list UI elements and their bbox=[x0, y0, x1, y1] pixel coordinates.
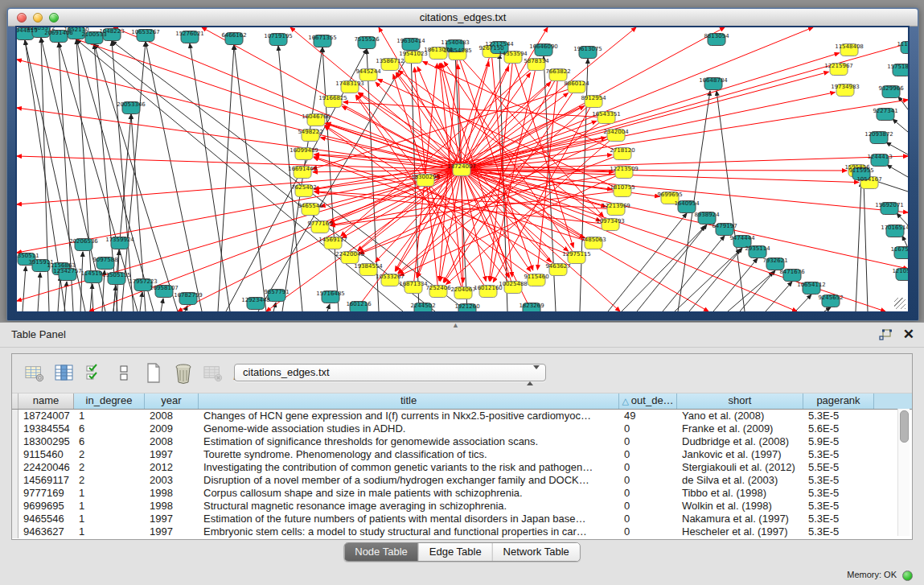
graph-edge[interactable] bbox=[58, 276, 60, 311]
table-cell[interactable]: 2009 bbox=[145, 422, 199, 435]
graph-edge[interactable] bbox=[113, 286, 116, 311]
column-header-out_de[interactable]: △out_de… bbox=[619, 393, 677, 409]
graph-edge[interactable] bbox=[766, 282, 792, 311]
graph-edge[interactable] bbox=[864, 182, 868, 311]
row-height-icon[interactable] bbox=[113, 362, 135, 385]
vertical-scrollbar[interactable] bbox=[897, 409, 910, 536]
graph-edge[interactable] bbox=[94, 44, 435, 311]
table-cell[interactable]: Dudbridge et al. (2008) bbox=[677, 435, 803, 448]
table-cell[interactable]: 1 bbox=[74, 513, 145, 525]
column-header-in_degree[interactable]: in_degree bbox=[74, 393, 145, 409]
close-panel-icon[interactable]: ✕ bbox=[903, 328, 914, 342]
table-cell[interactable]: Structural magnetic resonance image aver… bbox=[199, 500, 619, 513]
table-cell[interactable]: 5.5E-5 bbox=[803, 461, 874, 474]
table-cell[interactable]: 2008 bbox=[145, 435, 199, 448]
table-cell[interactable]: 1 bbox=[74, 525, 145, 538]
table-cell[interactable]: 18300295 bbox=[18, 435, 74, 448]
graph-edge[interactable] bbox=[795, 295, 811, 311]
table-cell[interactable]: 2008 bbox=[145, 410, 199, 422]
table-cell[interactable]: 22420046 bbox=[18, 461, 74, 474]
table-cell[interactable]: 1 bbox=[74, 410, 145, 422]
table-cell[interactable]: Investigating the contribution of common… bbox=[199, 461, 619, 474]
close-window-icon[interactable] bbox=[17, 13, 27, 23]
table-cell[interactable]: 49 bbox=[619, 410, 677, 422]
table-cell[interactable]: 9115460 bbox=[18, 448, 74, 461]
table-cell[interactable]: 5.3E-5 bbox=[803, 448, 874, 461]
table-cell[interactable]: 1997 bbox=[145, 513, 199, 525]
table-cell[interactable]: 5.3E-5 bbox=[803, 513, 874, 525]
table-row[interactable]: 977716911998Corpus callosum shape and si… bbox=[12, 487, 912, 500]
table-cell[interactable]: 2012 bbox=[145, 461, 199, 474]
table-cell[interactable]: Wolkin et al. (1998) bbox=[677, 500, 803, 513]
minimize-window-icon[interactable] bbox=[33, 13, 43, 23]
graph-edge[interactable] bbox=[146, 42, 202, 311]
table-cell[interactable]: 5.3E-5 bbox=[803, 525, 874, 538]
table-cell[interactable]: 6 bbox=[74, 435, 145, 448]
graph-edge[interactable] bbox=[218, 45, 234, 311]
graph-edge[interactable] bbox=[327, 304, 330, 311]
table-cell[interactable]: 6 bbox=[74, 422, 145, 435]
graph-edge[interactable] bbox=[898, 97, 908, 109]
table-cell[interactable]: Estimation of the future numbers of pati… bbox=[199, 513, 619, 525]
table-cell[interactable]: Yano et al. (2008) bbox=[677, 410, 803, 422]
panel-divider-grip[interactable]: ▲ bbox=[452, 321, 459, 329]
graph-edge[interactable] bbox=[462, 27, 813, 170]
table-row[interactable]: 946362711997Embryonic stem cells: a mode… bbox=[12, 525, 912, 538]
table-cell[interactable]: 14569117 bbox=[18, 474, 74, 487]
column-header-title[interactable]: title bbox=[199, 393, 619, 409]
table-cell[interactable]: Tourette syndrome. Phenomenology and cla… bbox=[199, 448, 619, 461]
table-cell[interactable]: 9465546 bbox=[18, 513, 74, 525]
table-cell[interactable]: 0 bbox=[619, 461, 677, 474]
tab-network-table[interactable]: Network Table bbox=[493, 543, 580, 561]
table-cell[interactable]: 0 bbox=[619, 500, 677, 513]
table-cell[interactable]: 5.9E-5 bbox=[803, 435, 874, 448]
table-cell[interactable]: Stergiakouli et al. (2012) bbox=[677, 461, 803, 474]
graph-edge[interactable] bbox=[675, 249, 741, 311]
column-header-short[interactable]: short bbox=[677, 393, 803, 409]
graph-edge[interactable] bbox=[462, 121, 597, 170]
table-cell[interactable]: 9463627 bbox=[18, 525, 74, 538]
row-check-icon[interactable] bbox=[83, 362, 105, 385]
window-titlebar[interactable]: citations_edges.txt bbox=[8, 9, 918, 27]
table-cell[interactable]: 5.3E-5 bbox=[803, 500, 874, 513]
table-cell[interactable]: 2 bbox=[74, 474, 145, 487]
table-cell[interactable]: Genome-wide association studies in ADHD. bbox=[199, 422, 619, 435]
graph-edge[interactable] bbox=[887, 165, 908, 177]
delete-table-icon[interactable] bbox=[202, 362, 224, 385]
table-cell[interactable]: 1998 bbox=[145, 500, 199, 513]
table-cell[interactable]: 5.3E-5 bbox=[803, 474, 874, 487]
zoom-window-icon[interactable] bbox=[49, 13, 59, 23]
delete-icon[interactable] bbox=[172, 362, 195, 385]
table-select-dropdown[interactable]: citations_edges.txt bbox=[234, 364, 546, 381]
float-panel-icon[interactable] bbox=[879, 328, 892, 342]
graph-edge[interactable] bbox=[689, 248, 742, 311]
table-cell[interactable]: 2 bbox=[74, 461, 145, 474]
table-cell[interactable]: 0 bbox=[619, 474, 677, 487]
table-cell[interactable]: 2003 bbox=[145, 474, 199, 487]
table-cell[interactable]: Changes of HCN gene expression and I(f) … bbox=[199, 410, 619, 422]
graph-edge[interactable] bbox=[458, 54, 603, 216]
table-row[interactable]: 2242004622012Investigating the contribut… bbox=[12, 461, 912, 474]
column-header-pagerank[interactable]: pagerank bbox=[803, 393, 874, 409]
graph-edge[interactable] bbox=[234, 45, 266, 311]
table-cell[interactable]: 0 bbox=[619, 448, 677, 461]
table-cell[interactable]: 0 bbox=[619, 422, 677, 435]
table-cell[interactable]: 9777169 bbox=[18, 487, 74, 500]
graph-edge[interactable] bbox=[824, 307, 831, 311]
column-header-name[interactable]: name bbox=[18, 393, 74, 409]
new-file-icon[interactable] bbox=[142, 362, 165, 385]
table-cell[interactable]: 1997 bbox=[145, 525, 199, 538]
table-cell[interactable]: 18724007 bbox=[18, 410, 74, 422]
table-cell[interactable]: Franke et al. (2009) bbox=[677, 422, 803, 435]
table-cell[interactable]: 1998 bbox=[145, 487, 199, 500]
graph-edge[interactable] bbox=[282, 47, 322, 311]
table-cell[interactable]: Tibbo et al. (1998) bbox=[677, 487, 803, 500]
table-cell[interactable]: 5.3E-5 bbox=[803, 410, 874, 422]
table-row[interactable]: 969969511998Structural magnetic resonanc… bbox=[12, 500, 912, 513]
table-cell[interactable]: 9699695 bbox=[18, 500, 74, 513]
graph-edge[interactable] bbox=[161, 299, 163, 311]
graph-edge[interactable] bbox=[462, 170, 509, 278]
table-cell[interactable]: 0 bbox=[619, 435, 677, 448]
scrollbar-thumb[interactable] bbox=[900, 410, 909, 443]
table-cell[interactable]: 2 bbox=[74, 448, 145, 461]
